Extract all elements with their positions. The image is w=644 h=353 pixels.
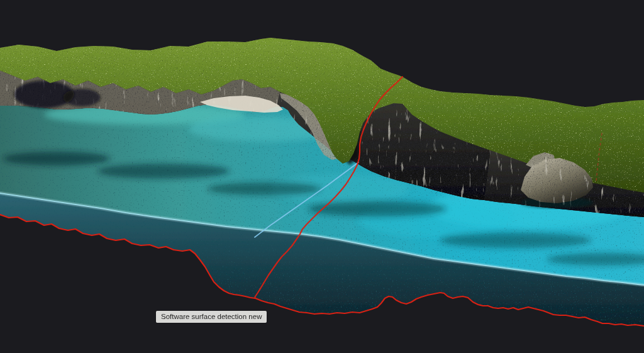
viewport-3d[interactable]: Software surface detection new [0, 0, 644, 353]
surface-tooltip-label: Software surface detection new [161, 313, 262, 320]
surface-tooltip: Software surface detection new [156, 311, 267, 323]
